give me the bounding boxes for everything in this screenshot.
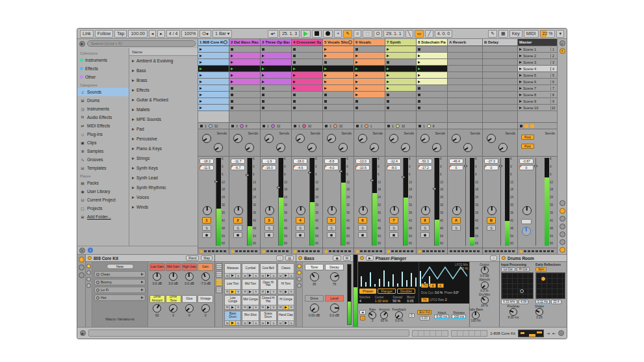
clip-slot[interactable] [483,105,517,111]
macro-knob[interactable] [185,304,194,313]
clip-playing-icon[interactable] [231,68,233,70]
bass-macro-knob[interactable] [310,304,319,313]
clip-stop-icon[interactable] [387,100,389,103]
clip-slot[interactable] [198,72,229,79]
ph-drywet-knob[interactable] [481,296,489,304]
blend-value[interactable]: 0.05 [407,299,415,303]
new-variation-button[interactable]: New [107,264,134,269]
preset-icon[interactable]: ◔ [490,255,497,261]
punch-in-button[interactable]: ╲ [406,30,413,38]
scene-launch-icon[interactable] [519,74,522,77]
track-activator-button[interactable]: 1 [202,217,211,224]
clip-slot[interactable] [198,53,229,59]
spin-display[interactable] [535,272,565,299]
clip-play-icon[interactable] [231,74,233,77]
fader-handle[interactable] [402,176,405,178]
clip-slot[interactable] [292,92,322,98]
clip-playing-icon[interactable] [324,68,327,70]
volume-value[interactable]: -6.7 [231,165,245,170]
pad-bank-icon[interactable] [216,263,222,270]
clip-play-icon[interactable] [200,74,202,77]
nudge-down-button[interactable]: ◂ [149,30,157,38]
overview-toggle-icon[interactable]: ≡ [560,40,565,46]
browser-item[interactable]: Synth Lead [129,173,198,183]
pan-knob[interactable] [359,206,368,215]
pad-mute-button[interactable]: M [242,305,248,309]
drum-pad-claves[interactable]: ClavesMS [277,263,294,278]
pad-solo-button[interactable]: S [289,290,294,294]
clip-slot[interactable] [323,98,354,105]
arm-button[interactable] [296,232,305,238]
clip-play-icon[interactable] [324,87,327,90]
scene-row[interactable]: Scene 22 [518,53,557,59]
send-b-knob[interactable] [432,143,441,152]
pad-play-button[interactable] [230,305,235,309]
expand-triangle-icon[interactable] [132,70,135,72]
send-a-knob[interactable] [264,134,274,143]
category-item-grooves[interactable]: ∿Grooves [77,155,129,164]
clip-slot[interactable] [261,46,291,53]
clip-slot[interactable] [483,92,517,98]
clip-slot[interactable] [417,105,447,111]
clip-slot[interactable] [354,92,385,98]
clip-slot[interactable] [483,59,517,66]
hi-cut-button[interactable]: Hi Cut [517,267,530,272]
mixer-toggle-icon[interactable]: ⫴ [560,48,565,54]
clip-play-icon[interactable] [355,81,358,83]
pan-knob[interactable] [390,206,399,215]
clip-slot[interactable] [323,59,354,66]
pan-knob[interactable] [487,206,496,215]
clip-play-icon[interactable] [418,81,420,83]
device-power-icon[interactable] [88,256,92,260]
pad-play-button[interactable] [283,305,289,309]
browser-item[interactable]: Piano & Keys [129,144,198,153]
clip-stop-icon[interactable] [387,107,389,109]
clip-playing-icon[interactable] [387,68,389,70]
browser-item[interactable]: Guitar & Plucked [129,95,198,105]
pad-solo-button[interactable]: S [271,305,276,309]
place-item-add-folder-[interactable]: ⊞Add Folder... [77,213,129,221]
cpu-meter[interactable]: 22 % [540,30,556,38]
browser-item[interactable]: Synth Keys [129,163,198,173]
expand-triangle-icon[interactable] [132,196,135,199]
hz-button[interactable]: Hz [421,298,429,302]
clip-playing-icon[interactable] [200,68,202,70]
variation-row[interactable]: Lo Fi [94,287,146,293]
clip-slot[interactable] [323,72,354,79]
clip-slot[interactable] [292,66,322,72]
browser-item[interactable]: Brass [129,75,198,85]
clip-slot[interactable] [417,85,447,92]
groove-amount-field[interactable]: 100% [181,30,198,38]
map-button[interactable]: Map [201,255,213,261]
clip-slot[interactable] [448,79,482,85]
pad-mute-button[interactable]: M [225,274,230,278]
device-fold-icon[interactable]: ▶ [366,255,374,261]
send-a-knob[interactable] [296,134,305,143]
device-strip-icon[interactable] [79,265,84,270]
clip-slot[interactable] [385,53,416,59]
clip-stop-icon[interactable] [231,48,233,51]
clip-slot[interactable] [417,46,447,53]
scene-row[interactable]: Scene 66 [518,79,557,85]
clip-slot[interactable] [198,66,229,72]
variation-overwrite-icon[interactable] [141,273,144,276]
post-toggle-a[interactable]: Post [521,135,534,140]
name-column-header[interactable]: Name [129,48,198,56]
solo-button[interactable]: S [296,225,305,231]
spin-button[interactable]: Spin [535,267,547,272]
mode-button-phaser[interactable]: Phaser [359,289,376,294]
clip-play-icon[interactable] [231,55,233,57]
drum-pad-cow-bell[interactable]: Cow BellMS [260,263,277,278]
clip-stop-icon[interactable] [293,100,296,103]
send-b-knob[interactable] [370,143,379,152]
clip-slot[interactable] [448,66,482,72]
solo-button[interactable]: S [264,225,274,231]
clip-slot[interactable] [448,53,482,59]
category-item-samples[interactable]: ≣Samples [77,147,129,155]
capture-midi-button[interactable]: O [374,30,382,38]
tap-tempo-button[interactable]: Tap [114,30,127,38]
clip-slot[interactable] [448,72,482,79]
cue-volume-knob[interactable] [522,227,531,236]
pad-mute-button[interactable]: M [242,274,248,278]
solo-button[interactable]: S [389,225,398,231]
